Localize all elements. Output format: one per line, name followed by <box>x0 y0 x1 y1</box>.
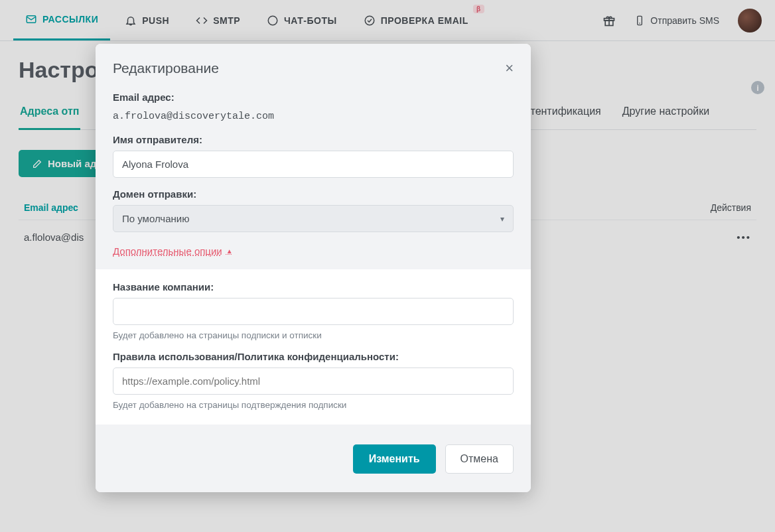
email-value: a.frolova@discoverytale.com <box>113 108 514 123</box>
nav-chatbots[interactable]: ЧАТ-БОТЫ <box>255 1 349 40</box>
svg-point-2 <box>365 16 374 25</box>
modal-title: Редактирование <box>113 60 219 76</box>
nav-label: ПРОВЕРКА EMAIL <box>381 15 468 26</box>
more-options-label: Дополнительные опции <box>113 245 222 257</box>
svg-rect-5 <box>638 16 642 25</box>
close-button[interactable]: × <box>505 60 514 77</box>
beta-badge: β <box>473 5 484 13</box>
nav-mailings[interactable]: РАССЫЛКИ <box>13 1 110 40</box>
tab-other[interactable]: Другие настройки <box>621 98 711 129</box>
nav-label: PUSH <box>142 15 169 26</box>
tab-senders[interactable]: Адреса отп <box>19 98 80 130</box>
top-nav: РАССЫЛКИ PUSH SMTP ЧАТ-БОТЫ ПРОВЕРКА EMA… <box>0 0 775 41</box>
nav-label: ЧАТ-БОТЫ <box>284 15 337 26</box>
nav-push[interactable]: PUSH <box>113 1 181 40</box>
company-label: Название компании: <box>113 281 514 293</box>
avatar[interactable] <box>738 9 762 33</box>
company-input[interactable] <box>113 298 514 325</box>
mail-icon <box>25 13 37 25</box>
nav-emailcheck[interactable]: ПРОВЕРКА EMAIL β <box>352 1 480 40</box>
policy-hint: Будет добавлено на страницы подтверждени… <box>113 400 514 410</box>
close-icon: × <box>505 60 514 76</box>
info-icon[interactable]: i <box>751 81 764 94</box>
nav-smtp[interactable]: SMTP <box>184 1 252 40</box>
check-icon <box>364 15 376 27</box>
cancel-button[interactable]: Отмена <box>445 444 514 474</box>
nav-label: РАССЫЛКИ <box>42 14 98 25</box>
new-address-label: Новый ад <box>48 158 96 169</box>
more-options-toggle[interactable]: Дополнительные опции ▲ <box>113 245 233 257</box>
sms-label: Отправить SMS <box>650 15 719 26</box>
col-actions: Действия <box>625 196 756 220</box>
email-label: Email адрес: <box>113 92 514 103</box>
edit-modal: Редактирование × Email адрес: a.frolova@… <box>96 44 531 492</box>
submit-button[interactable]: Изменить <box>353 444 436 474</box>
chat-icon <box>267 15 279 27</box>
row-actions-button[interactable]: ••• <box>625 220 756 255</box>
sender-name-label: Имя отправителя: <box>113 134 514 145</box>
policy-input[interactable] <box>113 367 514 395</box>
tab-auth[interactable]: утентификация <box>524 98 602 129</box>
policy-label: Правила использования/Политика конфиденц… <box>113 351 514 362</box>
caret-up-icon: ▲ <box>226 247 233 255</box>
company-hint: Будет добавлено на страницы подписки и о… <box>113 330 514 340</box>
edit-icon <box>32 159 42 169</box>
gift-icon <box>602 14 616 27</box>
domain-label: Домен отправки: <box>113 188 514 200</box>
sender-name-input[interactable] <box>113 151 514 178</box>
send-sms-button[interactable]: Отправить SMS <box>625 15 729 26</box>
gift-button[interactable] <box>596 7 622 34</box>
phone-icon <box>634 15 645 26</box>
domain-select[interactable]: По умолчанию <box>113 205 514 232</box>
code-icon <box>196 15 208 27</box>
nav-label: SMTP <box>213 15 240 26</box>
bell-icon <box>125 15 137 27</box>
